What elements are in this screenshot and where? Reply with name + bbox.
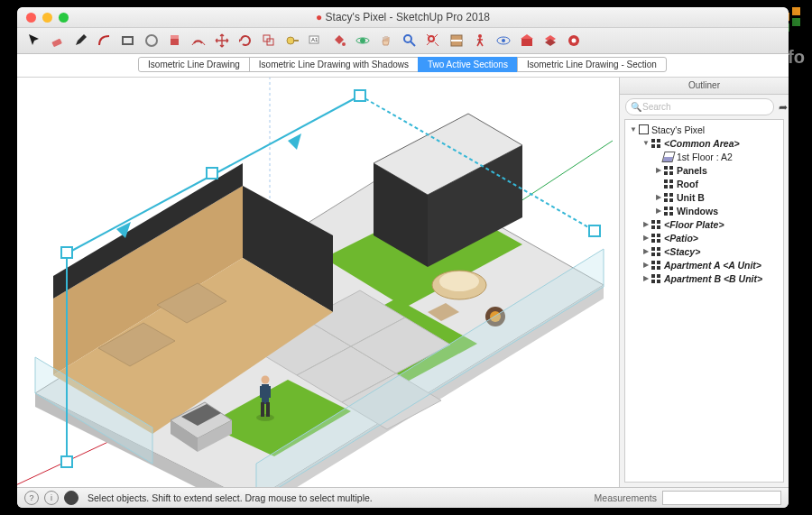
measurements-label: Measurements xyxy=(595,492,657,503)
text-tool[interactable]: A1 xyxy=(308,32,324,49)
tree-row[interactable]: Roof xyxy=(625,177,783,190)
box4-icon xyxy=(651,219,661,230)
svg-marker-77 xyxy=(288,133,301,150)
svg-rect-10 xyxy=(123,37,133,44)
disclosure-icon[interactable]: ▶ xyxy=(654,166,663,174)
viewport-3d[interactable] xyxy=(17,78,619,487)
box4-icon xyxy=(663,165,674,176)
arc-tool[interactable] xyxy=(97,32,113,49)
zoom-icon[interactable] xyxy=(59,13,69,23)
style-tabs: Isometric Line DrawingIsometric Line Dra… xyxy=(17,54,789,78)
pencil-tool[interactable] xyxy=(73,32,89,49)
tree-row[interactable]: ▶Panels xyxy=(625,163,783,177)
svg-point-21 xyxy=(360,38,365,43)
style-tab[interactable]: Two Active Sections xyxy=(418,57,518,72)
svg-point-11 xyxy=(146,35,157,46)
zoom-tool[interactable] xyxy=(401,32,418,49)
disclosure-icon[interactable]: ▶ xyxy=(641,234,651,242)
svg-rect-75 xyxy=(207,168,217,179)
svg-point-78 xyxy=(256,414,274,421)
disclosure-icon[interactable]: ▶ xyxy=(641,274,651,282)
svg-point-23 xyxy=(404,35,411,42)
tape-tool[interactable] xyxy=(284,32,300,49)
eraser-tool[interactable] xyxy=(50,32,66,49)
disclosure-icon[interactable]: ▶ xyxy=(654,207,663,215)
tree-label: Unit B xyxy=(677,192,705,203)
model-icon xyxy=(638,124,649,135)
offset-tool[interactable] xyxy=(190,32,207,49)
tree-row[interactable]: ▼<Common Area> xyxy=(625,136,783,150)
svg-point-30 xyxy=(502,39,505,42)
outliner-tree[interactable]: ▼Stacy's Pixel▼<Common Area>1st Floor : … xyxy=(624,119,784,483)
rotate-tool[interactable] xyxy=(237,32,254,49)
svg-rect-13 xyxy=(171,35,179,39)
style-tab[interactable]: Isometric Line Drawing - Section xyxy=(517,57,667,72)
warehouse-tool[interactable] xyxy=(519,32,535,49)
outliner-search-input[interactable] xyxy=(625,98,774,115)
svg-rect-80 xyxy=(261,402,264,417)
layers-tool[interactable] xyxy=(542,32,558,49)
svg-marker-34 xyxy=(545,39,556,46)
disclosure-icon[interactable]: ▶ xyxy=(641,220,651,228)
tree-row[interactable]: ▶Apartment A <A Unit> xyxy=(625,258,783,271)
pan-tool[interactable] xyxy=(378,32,394,49)
select-tool[interactable] xyxy=(26,32,42,49)
tree-row[interactable]: 1st Floor : A2 xyxy=(625,150,783,163)
tree-label: Apartment B <B Unit> xyxy=(664,273,762,284)
disclosure-icon[interactable]: ▶ xyxy=(641,261,651,269)
minimize-icon[interactable] xyxy=(42,13,52,23)
walk-tool[interactable] xyxy=(472,32,488,49)
style-tab[interactable]: Isometric Line Drawing xyxy=(138,57,250,72)
measurements-input[interactable] xyxy=(662,491,781,505)
section-tool[interactable] xyxy=(448,32,465,49)
svg-point-36 xyxy=(572,39,577,43)
tree-row[interactable]: ▶Windows xyxy=(625,204,783,217)
move-tool[interactable] xyxy=(214,32,230,49)
style-tab[interactable]: Isometric Line Drawing with Shadows xyxy=(249,57,419,72)
tree-row[interactable]: ▼Stacy's Pixel xyxy=(625,123,783,136)
orbit-tool[interactable] xyxy=(355,32,371,49)
svg-rect-73 xyxy=(355,90,365,101)
user-icon[interactable] xyxy=(64,491,78,505)
box4-icon xyxy=(663,179,674,189)
disclosure-icon[interactable]: ▼ xyxy=(641,139,651,147)
pushpull-tool[interactable] xyxy=(167,32,183,49)
outliner-panel: Outliner 🔍 ➦ ▼Stacy's Pixel▼<Common Area… xyxy=(619,78,789,487)
disclosure-icon[interactable]: ▼ xyxy=(629,125,638,133)
disclosure-icon[interactable]: ▶ xyxy=(654,193,663,201)
circle-tool[interactable] xyxy=(143,32,160,49)
tree-row[interactable]: ▶Apartment B <B Unit> xyxy=(625,271,783,285)
tree-label: Windows xyxy=(677,206,718,216)
details-arrow-icon[interactable]: ➦ xyxy=(779,101,788,114)
tree-label: Roof xyxy=(677,179,698,189)
tree-label: <Floor Plate> xyxy=(664,219,724,230)
box4-icon xyxy=(651,246,661,257)
extensions-tool[interactable] xyxy=(566,32,582,49)
help-icon[interactable]: ? xyxy=(24,491,39,505)
close-icon[interactable] xyxy=(26,13,36,23)
search-icon: 🔍 xyxy=(631,102,641,112)
svg-rect-71 xyxy=(61,456,72,467)
box4-icon xyxy=(651,260,661,271)
tree-row[interactable]: ▶<Stacy> xyxy=(625,244,783,258)
svg-rect-12 xyxy=(171,39,179,45)
info-icon[interactable]: i xyxy=(44,491,59,505)
paint-tool[interactable] xyxy=(331,32,347,49)
tree-row[interactable]: ▶<Patio> xyxy=(625,231,783,244)
look-tool[interactable] xyxy=(495,32,512,49)
svg-rect-84 xyxy=(268,386,271,398)
tree-row[interactable]: ▶Unit B xyxy=(625,190,783,204)
rectangle-tool[interactable] xyxy=(120,32,136,49)
scale-tool[interactable] xyxy=(261,32,277,49)
box4-icon xyxy=(663,192,674,203)
tree-label: 1st Floor : A2 xyxy=(677,152,733,162)
zoom-extents-tool[interactable] xyxy=(425,32,441,49)
box4-icon xyxy=(651,138,661,149)
svg-point-16 xyxy=(287,37,294,44)
svg-text:A1: A1 xyxy=(311,37,318,42)
tree-row[interactable]: ▶<Floor Plate> xyxy=(625,217,783,231)
titlebar: ● Stacy's Pixel - SketchUp Pro 2018 xyxy=(17,7,789,28)
disclosure-icon[interactable]: ▶ xyxy=(641,247,651,255)
tree-label: <Stacy> xyxy=(664,246,700,257)
svg-point-28 xyxy=(478,34,482,38)
